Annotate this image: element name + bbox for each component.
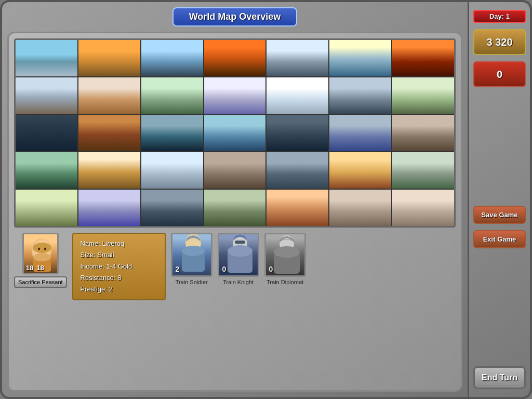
svg-point-5 [44,248,46,250]
resource-display: 0 [473,61,526,87]
unit-portrait-diplomat[interactable]: 0 [264,233,306,277]
map-cell-25[interactable] [204,152,266,189]
map-cell-19[interactable] [267,115,328,151]
map-cell-35[interactable] [392,190,454,226]
map-cell-28[interactable] [392,152,454,189]
unit-portrait-soldier[interactable]: 2 [171,233,212,277]
title-bar: World Map Overview [7,7,462,26]
knight-count: 0 [222,265,227,273]
map-cell-8[interactable] [16,77,77,114]
inner-content: 18 Sacrifice Peasant Name: Lweroq Size: … [7,32,462,392]
sacrifice-peasant-button[interactable]: Sacrifice Peasant [14,276,67,288]
unit-item-knight: 0 Train Knight [218,233,259,285]
info-prestige: Prestige: 2 [81,284,157,295]
resource-value: 0 [497,69,502,81]
map-cell-20[interactable] [329,115,391,151]
map-cell-10[interactable] [141,77,203,114]
soldier-count: 2 [176,265,180,273]
unit-item-soldier: 2 Train Soldier [171,233,212,285]
unit-item-diplomat: 0 Train Diplomat [264,233,306,285]
map-cell-1[interactable] [16,40,77,76]
map-cell-7[interactable] [392,40,454,76]
main-window: World Map Overview [0,0,532,399]
peasant-count: 18 [26,264,33,272]
main-area: World Map Overview [2,2,468,397]
svg-point-11 [228,245,252,257]
units-area: 2 Train Soldier [171,233,306,285]
map-cell-16[interactable] [78,115,140,151]
svg-point-15 [274,246,300,258]
map-cell-18[interactable] [204,115,266,151]
save-game-button[interactable]: Save Game [473,206,526,224]
svg-point-1 [33,243,51,253]
day-badge: Day: 1 [473,10,526,23]
gold-display: 3 320 [473,29,526,55]
map-cell-3[interactable] [141,40,203,76]
soldier-label: Train Soldier [176,279,208,285]
map-cell-22[interactable] [16,152,77,189]
map-grid [14,38,456,228]
right-sidebar: Day: 1 3 320 0 Save Game Exit Game End T… [468,2,530,397]
svg-point-8 [182,246,205,256]
info-panel: Name: Lweroq Size: Small Income: 1-4 Gol… [72,233,166,300]
map-cell-24[interactable] [141,152,203,189]
end-turn-button[interactable]: End Turn [473,366,526,389]
svg-point-4 [38,248,40,250]
map-cell-27[interactable] [329,152,391,189]
info-income: Income: 1-4 Gold [81,261,157,272]
peasant-area: 18 Sacrifice Peasant [14,233,67,288]
map-cell-9[interactable] [78,77,140,114]
map-cell-4[interactable] [204,40,266,76]
knight-label: Train Knight [223,279,254,285]
map-cell-33[interactable] [267,190,328,226]
map-cell-12[interactable] [267,77,328,114]
info-name: Name: Lweroq [81,238,157,249]
svg-point-3 [33,253,51,261]
bottom-section: 18 Sacrifice Peasant Name: Lweroq Size: … [14,233,456,316]
map-cell-2[interactable] [78,40,140,76]
info-size: Size: Small [81,249,157,261]
map-cell-13[interactable] [329,77,391,114]
gold-value: 3 320 [486,36,512,48]
diplomat-label: Train Diplomat [267,279,303,285]
map-cell-23[interactable] [78,152,140,189]
exit-game-button[interactable]: Exit Game [473,230,526,248]
unit-portrait-knight[interactable]: 0 [218,233,259,277]
map-cell-32[interactable] [204,190,266,226]
peasant-portrait[interactable]: 18 [22,233,59,274]
map-cell-6[interactable] [329,40,391,76]
info-resistance: Resistance: 8 [81,272,157,284]
map-cell-29[interactable] [16,190,77,226]
map-cell-31[interactable] [141,190,203,226]
diplomat-count: 0 [269,265,273,273]
map-cell-11[interactable] [204,77,266,114]
map-cell-34[interactable] [329,190,391,226]
map-cell-5[interactable] [267,40,328,76]
map-cell-30[interactable] [78,190,140,226]
page-title: World Map Overview [172,7,298,26]
map-cell-14[interactable] [392,77,454,114]
map-cell-17[interactable] [141,115,203,151]
map-cell-26[interactable] [267,152,328,189]
svg-rect-12 [235,241,245,244]
map-cell-21[interactable] [392,115,454,151]
map-cell-15[interactable] [16,115,77,151]
